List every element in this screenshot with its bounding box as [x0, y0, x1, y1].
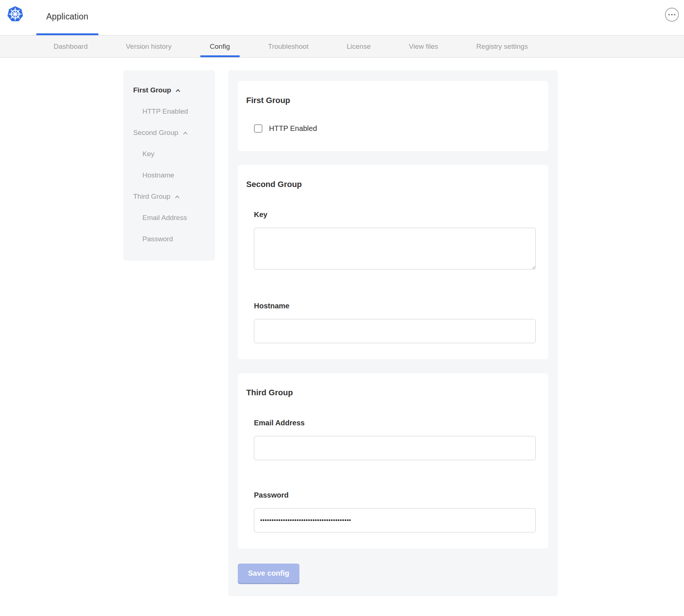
- tab-registry-settings-label: Registry settings: [476, 43, 528, 51]
- second-group-fields: Key Hostname: [254, 210, 536, 343]
- app-header: Application: [0, 0, 684, 35]
- ellipsis-icon: [665, 7, 679, 22]
- http-enabled-field: HTTP Enabled: [254, 124, 536, 133]
- sidebar-item-label: Third Group: [133, 192, 170, 201]
- sidebar-item-first-group[interactable]: First Group: [123, 80, 215, 101]
- sidebar-item-label: Second Group: [133, 129, 178, 137]
- config-group-second: Second Group Key Hostname: [238, 165, 548, 359]
- group-title: Second Group: [246, 180, 536, 189]
- sidebar-item-password[interactable]: Password: [123, 228, 215, 250]
- email-address-input[interactable]: [254, 436, 536, 460]
- tab-license[interactable]: License: [337, 36, 381, 57]
- tab-dashboard-label: Dashboard: [54, 43, 88, 51]
- config-sidebar: First Group HTTP Enabled Second Group Ke…: [123, 70, 215, 261]
- tab-license-label: License: [347, 43, 371, 51]
- overflow-menu-button[interactable]: [665, 7, 679, 22]
- email-address-label: Email Address: [254, 419, 536, 427]
- config-page: First Group HTTP Enabled Second Group Ke…: [0, 58, 684, 596]
- password-label: Password: [254, 491, 536, 499]
- sidebar-item-label: Email Address: [142, 214, 187, 222]
- kubernetes-logo-icon: [7, 6, 24, 23]
- tab-version-history[interactable]: Version history: [116, 36, 181, 57]
- http-enabled-label: HTTP Enabled: [269, 124, 317, 133]
- config-form-panel: First Group HTTP Enabled Second Group Ke…: [228, 70, 558, 596]
- sidebar-item-key[interactable]: Key: [123, 143, 215, 165]
- save-config-button[interactable]: Save config: [238, 564, 299, 583]
- sidebar-item-label: Password: [142, 235, 173, 243]
- application-tab[interactable]: Application: [36, 0, 98, 35]
- chevron-up-icon: [182, 130, 189, 136]
- group-title: Third Group: [246, 388, 536, 397]
- password-input[interactable]: [254, 508, 536, 532]
- sidebar-item-label: Hostname: [142, 171, 174, 179]
- tab-view-files[interactable]: View files: [399, 36, 448, 57]
- tab-config-label: Config: [210, 43, 230, 51]
- sidebar-item-label: Key: [142, 150, 154, 158]
- chevron-up-icon: [175, 87, 181, 94]
- sidebar-item-http-enabled[interactable]: HTTP Enabled: [123, 101, 215, 122]
- application-tab-label: Application: [46, 12, 88, 22]
- http-enabled-checkbox[interactable]: [254, 124, 262, 133]
- group-title: First Group: [246, 96, 536, 105]
- chevron-up-icon: [174, 194, 181, 200]
- key-textarea[interactable]: [254, 228, 536, 270]
- tab-troubleshoot[interactable]: Troubleshoot: [259, 36, 318, 57]
- third-group-fields: Email Address Password: [254, 419, 536, 532]
- config-group-first: First Group HTTP Enabled: [238, 81, 548, 151]
- save-config-button-label: Save config: [248, 569, 289, 577]
- tab-troubleshoot-label: Troubleshoot: [268, 43, 309, 51]
- sidebar-item-hostname[interactable]: Hostname: [123, 165, 215, 186]
- sidebar-item-label: HTTP Enabled: [142, 107, 188, 115]
- tab-config[interactable]: Config: [200, 36, 240, 57]
- sidebar-item-email-address[interactable]: Email Address: [123, 207, 215, 228]
- tab-version-history-label: Version history: [126, 43, 172, 51]
- sidebar-item-third-group[interactable]: Third Group: [123, 186, 215, 207]
- tab-dashboard[interactable]: Dashboard: [44, 36, 97, 57]
- config-group-third: Third Group Email Address Password: [238, 373, 548, 549]
- hostname-label: Hostname: [254, 302, 536, 310]
- tab-view-files-label: View files: [409, 43, 438, 51]
- key-label: Key: [254, 210, 536, 219]
- sidebar-item-label: First Group: [133, 86, 171, 94]
- app-nav-bar: Dashboard Version history Config Trouble…: [0, 35, 684, 58]
- sidebar-item-second-group[interactable]: Second Group: [123, 122, 215, 143]
- hostname-input[interactable]: [254, 319, 536, 343]
- tab-registry-settings[interactable]: Registry settings: [467, 36, 537, 57]
